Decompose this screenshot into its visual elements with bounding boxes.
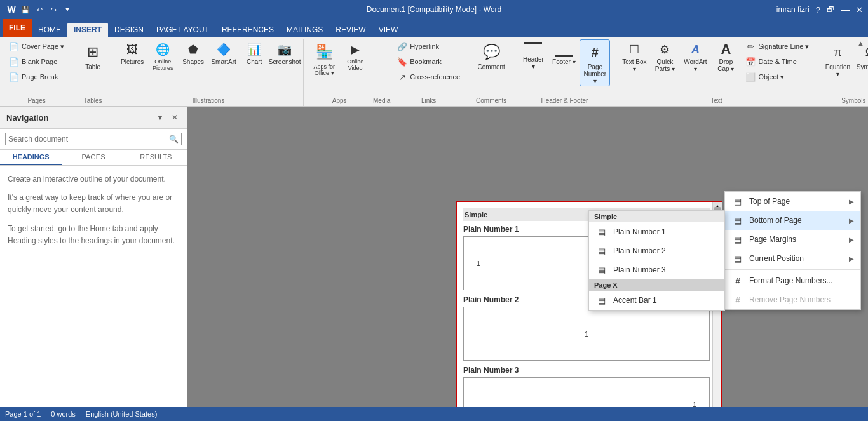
page-count: Page 1 of 1	[5, 410, 41, 418]
word-icon: W	[5, 3, 18, 16]
page-margins-item[interactable]: ▤ Page Margins ▶	[725, 230, 860, 249]
redo-btn[interactable]: ↪	[47, 3, 60, 16]
ribbon-group-tables: ⊞ Table Tables	[74, 39, 112, 106]
current-position-arrow: ▶	[849, 255, 854, 262]
page-break-btn[interactable]: 📄 Page Break	[5, 70, 68, 84]
page-margins-label: Page Margins	[749, 235, 796, 244]
word-count: 0 words	[51, 410, 76, 418]
format-page-numbers-item[interactable]: # Format Page Numbers...	[725, 271, 860, 290]
tab-page-layout[interactable]: PAGE LAYOUT	[150, 23, 215, 37]
blank-page-btn[interactable]: 📄 Blank Page	[5, 55, 68, 69]
apps-for-office-btn[interactable]: 🏪 Apps forOffice ▾	[309, 39, 339, 83]
ribbon-tabs-bar: FILE HOME INSERT DESIGN PAGE LAYOUT REFE…	[0, 19, 868, 37]
remove-page-numbers-item[interactable]: # Remove Page Numbers	[725, 290, 860, 309]
shapes-icon: ⬟	[186, 42, 201, 57]
cover-page-btn[interactable]: 📄 Cover Page ▾	[5, 39, 68, 53]
submenu-accent-bar-1[interactable]: ▤ Accent Bar 1	[589, 291, 724, 310]
bottom-of-page-item[interactable]: ▤ Bottom of Page ▶ Simple ▤ Plain Number…	[725, 211, 860, 230]
current-position-item[interactable]: ▤ Current Position ▶	[725, 249, 860, 268]
equation-btn[interactable]: π Equation ▾	[822, 39, 853, 83]
shapes-btn[interactable]: ⬟ Shapes	[179, 39, 208, 68]
bookmark-icon: 🔖	[397, 57, 407, 67]
footer-btn[interactable]: Footer ▾	[549, 39, 578, 68]
cover-page-icon: 📄	[9, 41, 19, 51]
search-input[interactable]	[8, 135, 169, 144]
object-icon: ⬜	[745, 72, 756, 82]
nav-tab-pages[interactable]: PAGES	[62, 150, 125, 165]
nav-tab-results[interactable]: RESULTS	[125, 150, 187, 165]
cross-reference-btn[interactable]: ↗ Cross-reference	[393, 70, 464, 84]
object-btn[interactable]: ⬜ Object ▾	[742, 70, 813, 84]
ribbon-group-apps: 🏪 Apps forOffice ▾ ▶ OnlineVideo Apps	[305, 39, 374, 106]
table-btn[interactable]: ⊞ Table	[78, 39, 108, 83]
pictures-icon: 🖼	[125, 42, 140, 57]
search-btn[interactable]: 🔍	[169, 135, 179, 144]
tab-view[interactable]: VIEW	[372, 23, 405, 37]
nav-search-area: 🔍	[0, 129, 187, 150]
bookmark-btn[interactable]: 🔖 Bookmark	[393, 55, 464, 69]
help-btn[interactable]: ?	[816, 5, 820, 15]
submenu-plain-1[interactable]: ▤ Plain Number 1	[589, 222, 724, 241]
undo-btn[interactable]: ↩	[33, 3, 46, 16]
app-body: Navigation ▼ ✕ 🔍 HEADINGS PAGES RESULTS …	[0, 107, 868, 407]
submenu-plain-3[interactable]: ▤ Plain Number 3	[589, 260, 724, 279]
nav-content: Create an interactive outline of your do…	[0, 166, 187, 261]
ribbon-group-comments: 💬 Comment Comments	[470, 39, 513, 106]
ribbon-group-links: 🔗 Hyperlink 🔖 Bookmark ↗ Cross-reference…	[390, 39, 468, 106]
plain-number-2-value: 1	[585, 330, 588, 338]
save-btn[interactable]: 💾	[19, 3, 32, 16]
ribbon-collapse-btn[interactable]: ▲	[857, 39, 864, 47]
wordart-btn[interactable]: A WordArt ▾	[681, 39, 710, 75]
online-video-btn[interactable]: ▶ OnlineVideo	[341, 39, 370, 74]
header-btn[interactable]: Header ▾	[519, 39, 548, 72]
header-icon	[524, 42, 542, 55]
symbols-label: Symbols	[839, 96, 868, 106]
tab-insert[interactable]: INSERT	[67, 23, 108, 37]
hyperlink-icon: 🔗	[397, 41, 407, 51]
chart-btn[interactable]: 📊 Chart	[240, 39, 269, 68]
current-position-label: Current Position	[749, 254, 804, 263]
text-box-btn[interactable]: ☐ Text Box ▾	[620, 39, 649, 75]
ribbon-group-illustrations: 🖼 Pictures 🌐 OnlinePictures ⬟ Shapes 🔷 S…	[114, 39, 304, 106]
submenu-plain-2-icon: ▤	[595, 244, 608, 257]
tab-design[interactable]: DESIGN	[108, 23, 150, 37]
submenu-plain-2[interactable]: ▤ Plain Number 2	[589, 241, 724, 260]
cross-reference-icon: ↗	[397, 72, 407, 82]
qa-dropdown-btn[interactable]: ▼	[61, 3, 74, 16]
online-pictures-btn[interactable]: 🌐 OnlinePictures	[148, 39, 177, 74]
blank-page-icon: 📄	[9, 57, 19, 67]
ribbon-group-media: Media	[376, 39, 388, 106]
restore-down-btn[interactable]: 🗗	[827, 5, 834, 14]
plain-number-2-preview[interactable]: 1	[463, 307, 710, 361]
text-box-icon: ☐	[627, 42, 642, 57]
user-info[interactable]: imran fizri	[776, 5, 810, 14]
smartart-btn[interactable]: 🔷 SmartArt	[209, 39, 238, 68]
tab-home[interactable]: HOME	[32, 23, 67, 37]
tab-references[interactable]: REFERENCES	[215, 23, 280, 37]
drop-cap-btn[interactable]: A Drop Cap ▾	[711, 39, 740, 75]
close-btn[interactable]: ✕	[856, 5, 863, 15]
online-video-icon: ▶	[348, 42, 363, 57]
table-icon: ⊞	[83, 42, 103, 62]
page-number-btn[interactable]: # PageNumber ▾	[580, 39, 610, 86]
tab-mailings[interactable]: MAILINGS	[280, 23, 329, 37]
tab-review[interactable]: REVIEW	[329, 23, 372, 37]
plain-number-3-preview[interactable]: 1	[463, 377, 710, 407]
minimize-btn[interactable]: —	[841, 4, 850, 15]
nav-options-btn[interactable]: ▼	[154, 112, 166, 123]
comment-btn[interactable]: 💬 Comment	[476, 39, 506, 83]
hyperlink-btn[interactable]: 🔗 Hyperlink	[393, 39, 464, 53]
top-of-page-label: Top of Page	[749, 197, 790, 206]
quick-parts-btn[interactable]: ⚙ Quick Parts ▾	[650, 39, 679, 75]
bottom-of-page-icon: ▤	[731, 214, 744, 227]
current-position-icon: ▤	[731, 252, 744, 265]
signature-line-btn[interactable]: ✏ Signature Line ▾	[742, 39, 813, 53]
date-time-btn[interactable]: 📅 Date & Time	[742, 55, 813, 69]
tab-file[interactable]: FILE	[3, 19, 32, 37]
pictures-btn[interactable]: 🖼 Pictures	[118, 39, 147, 68]
screenshot-btn[interactable]: 📷 Screenshot	[270, 39, 299, 68]
top-of-page-item[interactable]: ▤ Top of Page ▶	[725, 192, 860, 211]
nav-tab-headings[interactable]: HEADINGS	[0, 150, 62, 165]
plain-number-3-value: 1	[693, 401, 696, 408]
nav-close-btn[interactable]: ✕	[169, 112, 180, 123]
